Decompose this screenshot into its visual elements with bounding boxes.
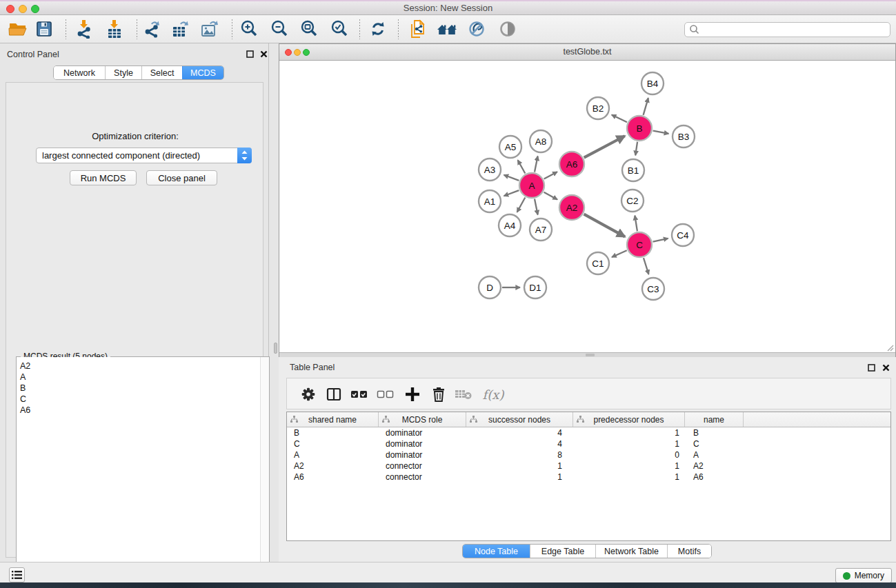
save-session-button[interactable]	[32, 17, 57, 41]
zoom-network-button[interactable]	[303, 49, 310, 56]
node-B2[interactable]: B2	[587, 97, 609, 119]
edge-A-A6[interactable]	[544, 172, 557, 179]
tab-style[interactable]: Style	[105, 66, 141, 79]
column-header-predecessor-nodes[interactable]: predecessor nodes	[573, 412, 685, 427]
search-field[interactable]	[684, 22, 890, 37]
export-network-button[interactable]	[139, 17, 164, 41]
edge-A2-C[interactable]	[584, 214, 625, 237]
zoom-in-button[interactable]	[237, 17, 261, 41]
hide-labels-button[interactable]	[464, 17, 489, 41]
import-network-button[interactable]	[72, 17, 97, 41]
node-A8[interactable]: A8	[530, 130, 552, 152]
tab-network-table[interactable]: Network Table	[595, 545, 667, 558]
show-panels-button[interactable]	[9, 567, 25, 582]
export-image-button[interactable]	[197, 17, 221, 41]
delete-table-button[interactable]	[453, 384, 474, 405]
edge-B-B1[interactable]	[635, 142, 637, 155]
edge-A-A7[interactable]	[535, 199, 538, 215]
table-row[interactable]: Cdominator41C	[287, 438, 890, 449]
mcds-result-item[interactable]: A	[20, 372, 261, 383]
close-panel-button[interactable]: Close panel	[146, 170, 217, 185]
open-session-button[interactable]	[6, 17, 30, 41]
clone-network-button[interactable]	[406, 17, 430, 41]
edge-B-B4[interactable]	[644, 98, 648, 115]
table-settings-button[interactable]	[298, 384, 319, 405]
resize-grip[interactable]	[888, 345, 893, 351]
tab-select[interactable]: Select	[141, 66, 182, 79]
minimize-network-button[interactable]	[294, 49, 301, 56]
tab-motifs[interactable]: Motifs	[667, 545, 711, 558]
edge-C-C1[interactable]	[612, 250, 627, 257]
table-row[interactable]: Adominator80A	[287, 449, 890, 460]
float-panel-icon[interactable]	[868, 364, 875, 372]
node-C4[interactable]: C4	[672, 224, 694, 246]
node-B3[interactable]: B3	[673, 125, 695, 148]
minimize-window-button[interactable]	[19, 5, 27, 13]
column-header-successor-nodes[interactable]: successor nodes	[466, 412, 573, 427]
node-D[interactable]: D	[479, 276, 501, 298]
mcds-result-item[interactable]: C	[20, 394, 261, 405]
refresh-view-button[interactable]	[366, 17, 390, 41]
mcds-result-item[interactable]: A6	[20, 405, 261, 416]
panel-splitter-handle[interactable]	[274, 343, 277, 354]
edge-A-A1[interactable]	[504, 190, 519, 196]
zoom-window-button[interactable]	[31, 5, 39, 13]
node-C[interactable]: C	[627, 232, 652, 257]
delete-columns-button[interactable]	[428, 384, 449, 405]
close-network-button[interactable]	[285, 49, 292, 56]
run-mcds-button[interactable]: Run MCDS	[70, 170, 137, 185]
tab-edge-table[interactable]: Edge Table	[530, 545, 595, 558]
network-canvas[interactable]: B4B2BB3A8A5A6A3B1AA1C2A2A4A7C4CC1C3DD1	[279, 61, 895, 353]
zoom-selected-button[interactable]	[327, 17, 352, 41]
mcds-list-scrollbar[interactable]	[260, 357, 269, 588]
mcds-result-item[interactable]: B	[20, 383, 261, 394]
splitter-thumb[interactable]	[586, 354, 595, 356]
node-C1[interactable]: C1	[587, 252, 609, 274]
edge-A-A8[interactable]	[535, 156, 538, 172]
edge-A-A3[interactable]	[504, 175, 519, 181]
optimization-criterion-select[interactable]: largest connected component (directed)	[36, 148, 252, 163]
tab-node-table[interactable]: Node Table	[463, 545, 530, 558]
node-C2[interactable]: C2	[621, 190, 644, 212]
table-row[interactable]: Bdominator41B	[287, 427, 890, 438]
node-C3[interactable]: C3	[642, 278, 664, 300]
column-header-shared-name[interactable]: shared name	[287, 412, 379, 427]
edge-B-B3[interactable]	[653, 131, 669, 134]
column-header-MCDS-role[interactable]: MCDS role	[379, 412, 466, 427]
export-table-button[interactable]	[168, 17, 192, 41]
home-layout-button[interactable]	[435, 17, 459, 41]
toggle-graphics-details-button[interactable]	[495, 17, 520, 41]
close-panel-icon[interactable]	[882, 364, 890, 372]
node-A7[interactable]: A7	[530, 219, 552, 241]
select-all-rows-button[interactable]	[349, 384, 370, 405]
tab-mcds[interactable]: MCDS	[182, 66, 223, 79]
memory-button[interactable]: Memory	[835, 568, 892, 583]
zoom-out-button[interactable]	[267, 17, 292, 41]
node-A4[interactable]: A4	[499, 214, 521, 236]
close-panel-icon[interactable]	[260, 50, 268, 58]
close-window-button[interactable]	[6, 5, 14, 13]
node-A5[interactable]: A5	[499, 136, 521, 158]
node-B1[interactable]: B1	[622, 159, 644, 181]
edge-A6-B[interactable]	[584, 136, 625, 157]
apply-function-button[interactable]: f(x)	[479, 384, 508, 405]
edge-A-A5[interactable]	[518, 160, 526, 173]
table-row[interactable]: A2connector11A2	[287, 460, 890, 472]
node-A6[interactable]: A6	[559, 152, 584, 176]
add-column-button[interactable]	[402, 384, 423, 405]
network-window-titlebar[interactable]: testGlobe.txt	[279, 44, 895, 61]
tab-network[interactable]: Network	[54, 66, 105, 79]
import-table-button[interactable]	[102, 17, 127, 41]
column-header-name[interactable]: name	[685, 412, 744, 427]
search-input[interactable]	[700, 23, 890, 36]
zoom-fit-button[interactable]	[297, 17, 321, 41]
node-A[interactable]: A	[519, 173, 544, 198]
edge-C-C4[interactable]	[653, 239, 668, 242]
show-columns-button[interactable]	[323, 384, 344, 405]
edge-C-C3[interactable]	[644, 258, 648, 274]
edge-A-A2[interactable]	[544, 192, 557, 200]
node-D1[interactable]: D1	[524, 276, 546, 298]
node-B4[interactable]: B4	[641, 72, 664, 94]
edge-A-A4[interactable]	[517, 198, 526, 212]
node-B[interactable]: B	[627, 116, 652, 141]
